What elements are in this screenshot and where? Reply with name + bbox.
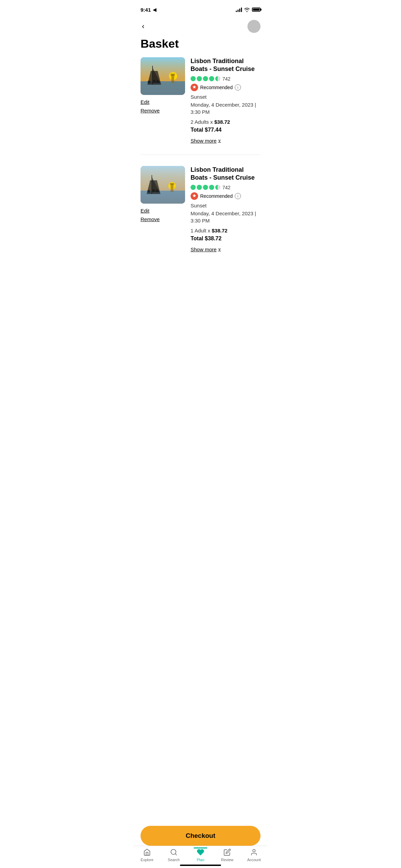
chevron-down-icon-1: ∨ [218, 138, 221, 143]
remove-link-2[interactable]: Remove [141, 216, 160, 222]
star-1-2 [197, 76, 202, 81]
show-more-button-2[interactable]: Show more ∨ [191, 246, 221, 252]
item-image-2 [141, 166, 185, 204]
wifi-icon [244, 8, 250, 12]
rating-count-1: 742 [222, 76, 230, 82]
rating-row-2: 742 [191, 185, 260, 190]
item-category-2: Sunset [191, 203, 260, 208]
item-left-2: Edit Remove [141, 166, 185, 252]
rec-text-1: Recommended [200, 85, 233, 90]
header: ‹ [134, 17, 267, 37]
recommended-row-2: Recommended i [191, 192, 260, 200]
basket-item-2: Edit Remove Lisbon Traditional Boats - S… [141, 166, 260, 263]
svg-point-19 [147, 190, 150, 193]
svg-rect-16 [151, 175, 152, 194]
svg-point-20 [152, 189, 155, 192]
info-icon-2[interactable]: i [235, 193, 241, 199]
svg-rect-17 [171, 184, 173, 192]
recommended-row-1: Recommended i [191, 84, 260, 91]
star-2-1 [191, 185, 196, 190]
rating-count-2: 742 [222, 185, 230, 190]
stars-1 [191, 76, 220, 81]
basket-item: Edit Remove Lisbon Traditional Boats - S… [141, 57, 260, 155]
svg-point-21 [156, 190, 158, 192]
star-2-3 [203, 185, 208, 190]
location-icon: ◀ [153, 7, 156, 12]
star-2-5 [215, 185, 220, 190]
rec-text-2: Recommended [200, 193, 233, 199]
item-actions-1: Edit Remove [141, 99, 160, 116]
edit-link-1[interactable]: Edit [141, 99, 160, 105]
status-bar: 9:41 ◀ [134, 0, 267, 17]
avatar[interactable] [247, 20, 260, 33]
remove-link-1[interactable]: Remove [141, 108, 160, 113]
star-1-4 [209, 76, 214, 81]
basket-content: Edit Remove Lisbon Traditional Boats - S… [134, 57, 267, 315]
svg-point-10 [156, 80, 159, 83]
item-adults-2: 1 Adult x $38.72 [191, 228, 260, 233]
item-right-2: Lisbon Traditional Boats - Sunset Cruise… [191, 166, 260, 252]
item-right-1: Lisbon Traditional Boats - Sunset Cruise… [191, 57, 260, 144]
back-button[interactable]: ‹ [141, 21, 146, 32]
item-date-1: Monday, 4 December, 2023 | 3:30 PM [191, 101, 260, 116]
price-per-adult-1: $38.72 [214, 119, 230, 125]
price-per-adult-2: $38.72 [212, 228, 228, 233]
stars-2 [191, 185, 220, 190]
star-2-2 [197, 185, 202, 190]
svg-rect-5 [152, 66, 153, 85]
item-left-1: Edit Remove [141, 57, 185, 144]
star-2-4 [209, 185, 214, 190]
star-1-3 [203, 76, 208, 81]
svg-point-8 [148, 81, 150, 83]
item-category-1: Sunset [191, 94, 260, 100]
item-actions-2: Edit Remove [141, 208, 160, 225]
chevron-down-icon-2: ∨ [218, 247, 221, 252]
svg-point-9 [153, 80, 156, 83]
svg-rect-18 [170, 183, 174, 185]
rec-badge-2 [191, 192, 198, 200]
item-image-1 [141, 57, 185, 95]
signal-icon [236, 7, 242, 12]
item-date-2: Monday, 4 December, 2023 | 3:30 PM [191, 210, 260, 224]
rec-badge-1 [191, 84, 198, 91]
item-title-2: Lisbon Traditional Boats - Sunset Cruise [191, 166, 260, 182]
item-total-2: Total $38.72 [191, 236, 260, 242]
item-title-1: Lisbon Traditional Boats - Sunset Cruise [191, 57, 260, 73]
rating-row-1: 742 [191, 76, 260, 82]
info-icon-1[interactable]: i [235, 84, 241, 91]
show-more-button-1[interactable]: Show more ∨ [191, 138, 221, 144]
svg-rect-1 [141, 81, 185, 95]
status-icons [236, 7, 260, 12]
page-title: Basket [134, 37, 267, 57]
item-total-1: Total $77.44 [191, 127, 260, 133]
star-1-1 [191, 76, 196, 81]
edit-link-2[interactable]: Edit [141, 208, 160, 214]
star-1-5 [215, 76, 220, 81]
status-time: 9:41 ◀ [141, 7, 156, 13]
battery-icon [252, 8, 260, 12]
item-adults-1: 2 Adults x $38.72 [191, 119, 260, 125]
svg-rect-7 [171, 74, 175, 76]
